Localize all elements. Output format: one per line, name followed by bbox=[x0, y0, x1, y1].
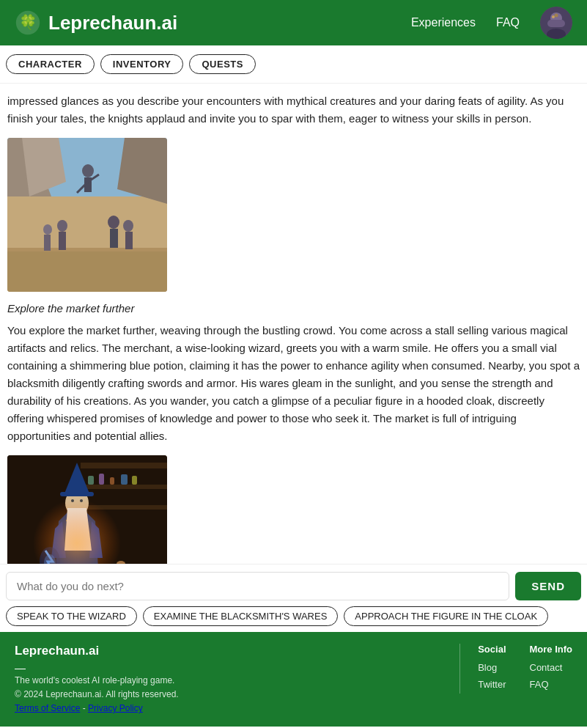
main-content: impressed glances as you describe your e… bbox=[0, 84, 587, 564]
input-row: SEND bbox=[6, 572, 581, 600]
svg-point-6 bbox=[555, 14, 558, 18]
tab-character[interactable]: CHARACTER bbox=[6, 54, 95, 74]
wizard-image bbox=[7, 455, 167, 564]
tab-inventory[interactable]: INVENTORY bbox=[100, 54, 184, 74]
footer: Leprechaun.ai — The world's coolest AI r… bbox=[0, 632, 587, 727]
footer-contact-link[interactable]: Contact bbox=[530, 659, 573, 676]
svg-rect-31 bbox=[88, 476, 94, 485]
action-label: Explore the market further bbox=[7, 302, 580, 315]
footer-links-section: Social Blog Twitter More Info Contact FA… bbox=[442, 644, 572, 694]
suggestion-speak-wizard[interactable]: SPEAK TO THE WIZARD bbox=[6, 606, 137, 626]
footer-divider: — bbox=[15, 661, 26, 674]
header: 🍀 Leprechaun.ai Experiences FAQ bbox=[0, 0, 587, 45]
svg-rect-29 bbox=[81, 485, 167, 489]
footer-vertical-divider bbox=[459, 644, 460, 694]
svg-rect-23 bbox=[110, 229, 118, 248]
tabs-bar: CHARACTER INVENTORY QUESTS bbox=[0, 45, 587, 84]
footer-legal: Terms of Service - Privacy Policy bbox=[15, 702, 179, 716]
svg-rect-7 bbox=[547, 20, 565, 27]
nav-experiences[interactable]: Experiences bbox=[411, 16, 476, 29]
svg-point-22 bbox=[108, 216, 119, 229]
footer-more-col: More Info Contact FAQ bbox=[530, 644, 573, 694]
header-nav: Experiences FAQ bbox=[411, 7, 572, 39]
svg-point-5 bbox=[552, 15, 555, 18]
svg-rect-33 bbox=[110, 477, 114, 485]
svg-rect-25 bbox=[125, 232, 133, 249]
knights-image bbox=[7, 138, 167, 292]
bottom-input-area: SEND SPEAK TO THE WIZARD EXAMINE THE BLA… bbox=[0, 564, 587, 632]
svg-rect-19 bbox=[59, 232, 66, 250]
svg-point-20 bbox=[43, 224, 52, 235]
story-scroll-area: impressed glances as you describe your e… bbox=[0, 84, 587, 564]
footer-columns: Social Blog Twitter More Info Contact FA… bbox=[478, 644, 572, 694]
svg-text:🍀: 🍀 bbox=[19, 13, 37, 31]
svg-rect-34 bbox=[121, 474, 128, 485]
suggestion-cloak-figure[interactable]: APPROACH THE FIGURE IN THE CLOAK bbox=[344, 606, 548, 626]
footer-more-heading: More Info bbox=[530, 644, 573, 655]
svg-point-18 bbox=[57, 220, 67, 232]
logo-icon: 🍀 bbox=[15, 10, 41, 36]
footer-legal-separator: - bbox=[83, 703, 88, 713]
svg-rect-28 bbox=[81, 463, 167, 468]
avatar-image bbox=[540, 7, 572, 39]
tab-quests[interactable]: QUESTS bbox=[189, 54, 255, 74]
footer-social-heading: Social bbox=[478, 644, 506, 655]
footer-privacy-link[interactable]: Privacy Policy bbox=[88, 703, 143, 713]
knights-svg bbox=[7, 138, 167, 292]
avatar[interactable] bbox=[540, 7, 572, 39]
wizard-svg bbox=[7, 455, 167, 564]
footer-blog-link[interactable]: Blog bbox=[478, 659, 506, 676]
nav-faq[interactable]: FAQ bbox=[496, 16, 520, 29]
svg-point-24 bbox=[123, 220, 133, 232]
svg-rect-45 bbox=[60, 492, 94, 496]
svg-rect-26 bbox=[7, 251, 167, 292]
action-input[interactable] bbox=[6, 572, 509, 600]
footer-faq-link[interactable]: FAQ bbox=[530, 676, 573, 693]
footer-brand-section: Leprechaun.ai — The world's coolest AI r… bbox=[15, 644, 179, 716]
footer-social-col: Social Blog Twitter bbox=[478, 644, 506, 694]
suggestion-blacksmith[interactable]: EXAMINE THE BLACKSMITH'S WARES bbox=[143, 606, 339, 626]
send-button[interactable]: SEND bbox=[515, 572, 581, 600]
footer-copyright: © 2024 Leprechaun.ai. All rights reserve… bbox=[15, 688, 179, 702]
logo-link[interactable]: 🍀 Leprechaun.ai bbox=[15, 10, 177, 36]
intro-text: impressed glances as you describe your e… bbox=[7, 92, 580, 128]
logo-text: Leprechaun.ai bbox=[48, 12, 177, 34]
footer-tagline: The world's coolest AI role-playing game… bbox=[15, 674, 179, 688]
footer-twitter-link[interactable]: Twitter bbox=[478, 676, 506, 693]
svg-rect-21 bbox=[44, 235, 51, 251]
suggestion-row: SPEAK TO THE WIZARD EXAMINE THE BLACKSMI… bbox=[6, 606, 581, 626]
footer-terms-link[interactable]: Terms of Service bbox=[15, 703, 80, 713]
svg-rect-32 bbox=[99, 474, 104, 485]
market-text: You explore the market further, weaving … bbox=[7, 322, 580, 445]
svg-rect-35 bbox=[132, 476, 137, 485]
footer-brand-name: Leprechaun.ai bbox=[15, 644, 179, 658]
svg-point-14 bbox=[82, 164, 94, 177]
